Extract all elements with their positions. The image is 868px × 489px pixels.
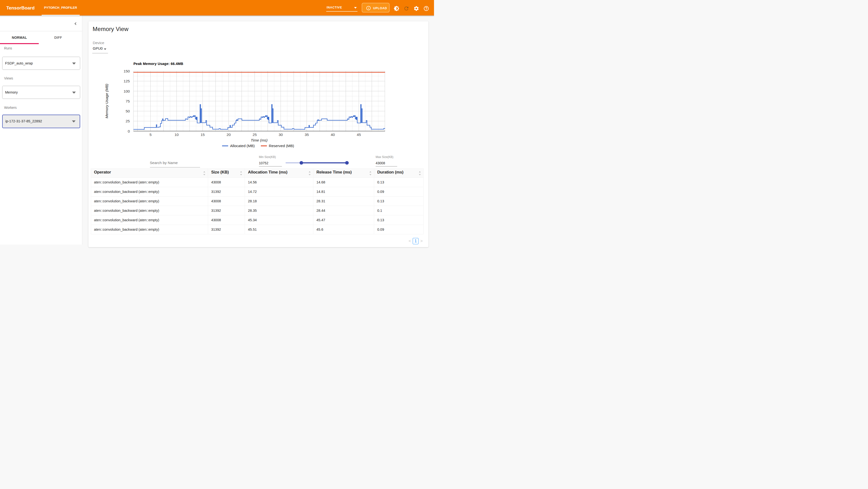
svg-text:45: 45 [357, 133, 361, 137]
svg-text:40: 40 [331, 133, 335, 137]
svg-text:150: 150 [124, 69, 130, 73]
svg-text:75: 75 [126, 99, 130, 103]
svg-text:30: 30 [279, 133, 283, 137]
svg-text:5: 5 [149, 133, 152, 137]
svg-text:Time (ms): Time (ms) [251, 138, 268, 142]
svg-text:15: 15 [200, 133, 205, 137]
svg-text:10: 10 [175, 133, 179, 137]
svg-text:25: 25 [126, 119, 130, 123]
svg-text:Memory Usage (MB): Memory Usage (MB) [104, 84, 109, 118]
svg-text:Peak Memory Usage: 66.4MB: Peak Memory Usage: 66.4MB [133, 62, 183, 66]
svg-text:100: 100 [124, 89, 130, 93]
svg-text:25: 25 [253, 133, 257, 137]
svg-text:20: 20 [226, 133, 231, 137]
svg-text:125: 125 [124, 79, 130, 83]
svg-text:50: 50 [126, 109, 130, 113]
svg-text:Allocated (MB): Allocated (MB) [230, 144, 255, 148]
svg-text:35: 35 [305, 133, 309, 137]
svg-text:0: 0 [128, 129, 130, 133]
svg-text:Reserved (MB): Reserved (MB) [269, 144, 294, 148]
